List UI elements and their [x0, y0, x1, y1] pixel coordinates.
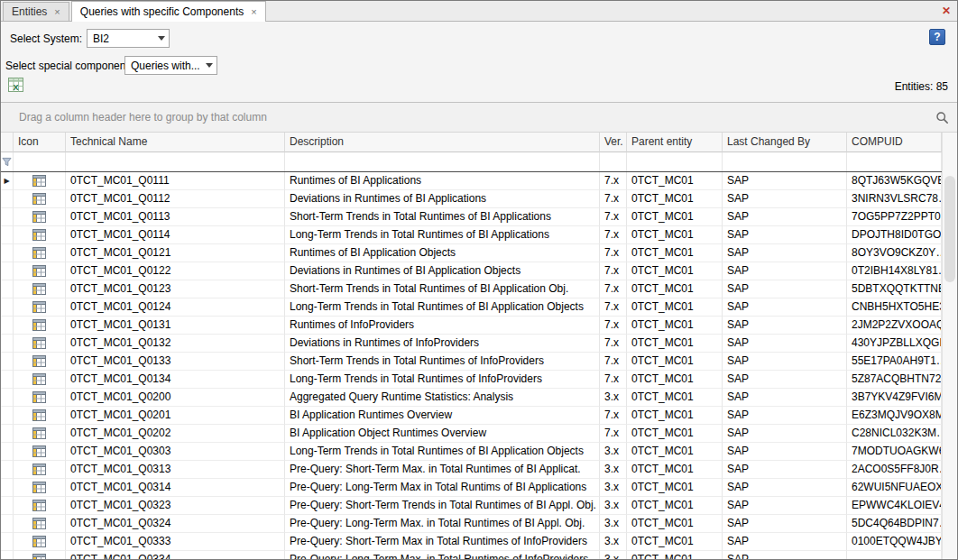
cell-parent-entity[interactable]: 0TCT_MC01 — [627, 425, 723, 443]
cell-description[interactable]: Short-Term Trends in Total Runtimes of B… — [285, 208, 600, 226]
table-row[interactable]: 0TCT_MC01_Q0303Long-Term Trends in Total… — [1, 443, 942, 461]
cell-technical-name[interactable]: 0TCT_MC01_Q0122 — [66, 262, 285, 280]
cell-last-changed-by[interactable]: SAP — [723, 226, 847, 244]
system-select[interactable]: BI2 — [87, 29, 170, 48]
column-header-icon[interactable]: Icon — [14, 133, 66, 152]
table-row[interactable]: 0TCT_MC01_Q0122Deviations in Runtimes of… — [1, 262, 942, 280]
cell-technical-name[interactable]: 0TCT_MC01_Q0121 — [66, 244, 285, 262]
cell-parent-entity[interactable]: 0TCT_MC01 — [627, 479, 723, 497]
filter-cell-icon[interactable] — [14, 152, 66, 171]
filter-cell-description[interactable] — [285, 152, 600, 171]
table-row[interactable]: 0TCT_MC01_Q0131Runtimes of InfoProviders… — [1, 317, 942, 335]
table-row[interactable]: 0TCT_MC01_Q0324Pre-Query: Long-Term Max.… — [1, 515, 942, 533]
table-row[interactable]: 0TCT_MC01_Q0114Long-Term Trends in Total… — [1, 226, 942, 244]
cell-version[interactable]: 7.x — [600, 244, 627, 262]
table-row[interactable]: 0TCT_MC01_Q0113Short-Term Trends in Tota… — [1, 208, 942, 226]
special-component-select[interactable]: Queries with... — [124, 56, 217, 75]
cell-compuid[interactable]: 430YJPZBLLXQGK… — [847, 335, 942, 353]
cell-compuid[interactable]: 5DBTXQQTKTTNE… — [847, 280, 942, 298]
cell-technical-name[interactable]: 0TCT_MC01_Q0324 — [66, 515, 285, 533]
cell-parent-entity[interactable]: 0TCT_MC01 — [627, 208, 723, 226]
cell-technical-name[interactable]: 0TCT_MC01_Q0124 — [66, 298, 285, 317]
filter-cell-version[interactable] — [600, 152, 627, 171]
filter-cell-compuid[interactable] — [847, 152, 942, 171]
vertical-scrollbar[interactable] — [942, 133, 957, 559]
cell-description[interactable]: Pre-Query: Short-Term Max in Total Runti… — [285, 533, 600, 551]
cell-version[interactable]: 3.x — [600, 389, 627, 407]
cell-description[interactable]: Runtimes of InfoProviders — [285, 317, 600, 335]
table-row[interactable]: 0TCT_MC01_Q0313Pre-Query: Short-Term Max… — [1, 461, 942, 479]
cell-technical-name[interactable]: 0TCT_MC01_Q0333 — [66, 533, 285, 551]
cell-version[interactable]: 7.x — [600, 190, 627, 208]
cell-parent-entity[interactable]: 0TCT_MC01 — [627, 244, 723, 262]
cell-last-changed-by[interactable]: SAP — [723, 497, 847, 515]
cell-compuid[interactable]: 55E17PA0AH9T1… — [847, 353, 942, 371]
cell-parent-entity[interactable]: 0TCT_MC01 — [627, 190, 723, 208]
table-row[interactable]: 0TCT_MC01_Q0314Pre-Query: Long-Term Max … — [1, 479, 942, 497]
column-header-technical-name[interactable]: Technical Name — [66, 133, 285, 152]
cell-last-changed-by[interactable]: SAP — [723, 551, 847, 559]
scrollbar-thumb[interactable] — [944, 176, 955, 282]
cell-last-changed-by[interactable]: SAP — [723, 353, 847, 371]
cell-version[interactable]: 7.x — [600, 208, 627, 226]
table-row[interactable]: 0TCT_MC01_Q0121Runtimes of BI Applicatio… — [1, 244, 942, 262]
cell-parent-entity[interactable]: 0TCT_MC01 — [627, 353, 723, 371]
cell-parent-entity[interactable]: 0TCT_MC01 — [627, 371, 723, 389]
cell-parent-entity[interactable]: 0TCT_MC01 — [627, 551, 723, 559]
cell-technical-name[interactable]: 0TCT_MC01_Q0133 — [66, 353, 285, 371]
cell-version[interactable]: 7.x — [600, 317, 627, 335]
cell-description[interactable]: Pre-Query: Long-Term Max. in Total Runti… — [285, 515, 600, 533]
cell-parent-entity[interactable]: 0TCT_MC01 — [627, 280, 723, 298]
cell-parent-entity[interactable]: 0TCT_MC01 — [627, 461, 723, 479]
cell-parent-entity[interactable]: 0TCT_MC01 — [627, 497, 723, 515]
cell-version[interactable]: 7.x — [600, 298, 627, 317]
cell-compuid[interactable]: 5Z87ACQBHTN72… — [847, 371, 942, 389]
cell-last-changed-by[interactable]: SAP — [723, 298, 847, 317]
cell-parent-entity[interactable]: 0TCT_MC01 — [627, 533, 723, 551]
cell-technical-name[interactable]: 0TCT_MC01_Q0202 — [66, 425, 285, 443]
cell-last-changed-by[interactable]: SAP — [723, 172, 847, 190]
cell-compuid[interactable]: 2JM2P2ZVXOOAQ… — [847, 317, 942, 335]
group-by-panel[interactable]: Drag a column header here to group by th… — [1, 103, 957, 133]
cell-description[interactable]: Runtimes of BI Applications — [285, 172, 600, 190]
cell-technical-name[interactable]: 0TCT_MC01_Q0200 — [66, 389, 285, 407]
cell-parent-entity[interactable]: 0TCT_MC01 — [627, 515, 723, 533]
table-row[interactable]: 0TCT_MC01_Q0112Deviations in Runtimes of… — [1, 190, 942, 208]
cell-description[interactable]: Pre-Query: Short-Term Trends in Total Ru… — [285, 497, 600, 515]
cell-description[interactable]: Aggregated Query Runtime Statistics: Ana… — [285, 389, 600, 407]
cell-compuid[interactable]: EPWWC4KLOIEV4… — [847, 497, 942, 515]
cell-technical-name[interactable]: 0TCT_MC01_Q0114 — [66, 226, 285, 244]
tab-queries-with-specific-components[interactable]: Queries with specific Components × — [71, 1, 266, 22]
cell-last-changed-by[interactable]: SAP — [723, 389, 847, 407]
close-icon[interactable]: ✕ — [942, 5, 951, 17]
column-header-description[interactable]: Description — [285, 133, 600, 152]
cell-description[interactable]: Deviations in Runtimes of BI Application… — [285, 190, 600, 208]
cell-version[interactable]: 7.x — [600, 280, 627, 298]
cell-version[interactable]: 7.x — [600, 353, 627, 371]
cell-last-changed-by[interactable]: SAP — [723, 244, 847, 262]
column-header-version[interactable]: Ver. — [600, 133, 627, 152]
cell-description[interactable]: Pre-Query: Long-Term Max. in Total Runti… — [285, 551, 600, 559]
table-row[interactable]: 0TCT_MC01_Q0334Pre-Query: Long-Term Max.… — [1, 551, 942, 559]
cell-description[interactable]: Long-Term Trends in Total Runtimes of BI… — [285, 226, 600, 244]
cell-compuid[interactable]: 2ACO0S5FF8J0R… — [847, 461, 942, 479]
cell-technical-name[interactable]: 0TCT_MC01_Q0123 — [66, 280, 285, 298]
cell-version[interactable]: 3.x — [600, 461, 627, 479]
filter-cell-technical-name[interactable] — [66, 152, 285, 171]
cell-technical-name[interactable]: 0TCT_MC01_Q0314 — [66, 479, 285, 497]
cell-compuid[interactable]: 3B7YKV4Z9FVI6M… — [847, 389, 942, 407]
cell-version[interactable]: 3.x — [600, 551, 627, 559]
table-row[interactable]: 0TCT_MC01_Q0333Pre-Query: Short-Term Max… — [1, 533, 942, 551]
cell-technical-name[interactable]: 0TCT_MC01_Q0113 — [66, 208, 285, 226]
table-row[interactable]: 0TCT_MC01_Q0132Deviations in Runtimes of… — [1, 335, 942, 353]
tab-queries-close-icon[interactable]: × — [251, 7, 256, 17]
cell-last-changed-by[interactable]: SAP — [723, 443, 847, 461]
cell-last-changed-by[interactable]: SAP — [723, 479, 847, 497]
cell-compuid[interactable]: 7MODTUOAGKW6… — [847, 443, 942, 461]
cell-compuid[interactable]: 0100ETQQW4JBY… — [847, 533, 942, 551]
filter-cell-last-changed-by[interactable] — [723, 152, 847, 171]
cell-compuid[interactable]: 7OG5PP7Z2PPT0… — [847, 208, 942, 226]
cell-parent-entity[interactable]: 0TCT_MC01 — [627, 172, 723, 190]
cell-technical-name[interactable]: 0TCT_MC01_Q0201 — [66, 407, 285, 425]
cell-compuid[interactable]: 5DC4Q64BDPIN7… — [847, 515, 942, 533]
